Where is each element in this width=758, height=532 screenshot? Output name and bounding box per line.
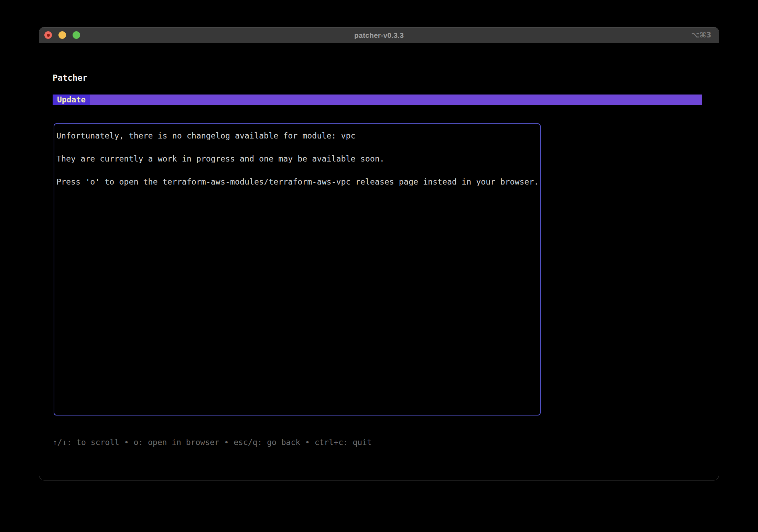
- window-titlebar[interactable]: patcher-v0.3.3 ⌥⌘3: [39, 27, 719, 43]
- app-title: Patcher: [53, 73, 87, 83]
- changelog-line: They are currently a work in progress an…: [56, 153, 540, 165]
- help-bar: ↑/↓: to scroll • o: open in browser • es…: [53, 436, 372, 448]
- window-shortcut-hint: ⌥⌘3: [691, 27, 711, 43]
- changelog-viewport[interactable]: Unfortunately, there is no changelog ava…: [54, 123, 541, 415]
- help-item: o: open in browser: [133, 438, 219, 447]
- window-title: patcher-v0.3.3: [39, 27, 719, 43]
- terminal-window: patcher-v0.3.3 ⌥⌘3 Patcher Update Unfort…: [39, 27, 719, 480]
- help-item: esc/q: go back: [234, 438, 300, 447]
- tab-update[interactable]: Update: [53, 95, 90, 105]
- changelog-line: Press 'o' to open the terraform-aws-modu…: [56, 176, 540, 188]
- help-separator-icon: •: [119, 438, 134, 447]
- help-item: ↑/↓: to scroll: [53, 438, 119, 447]
- tab-bar: Update: [53, 95, 702, 105]
- help-separator-icon: •: [219, 438, 234, 447]
- changelog-line: Unfortunately, there is no changelog ava…: [56, 130, 540, 142]
- help-item: ctrl+c: quit: [315, 438, 372, 447]
- help-separator-icon: •: [300, 438, 315, 447]
- desktop-background: patcher-v0.3.3 ⌥⌘3 Patcher Update Unfort…: [0, 0, 758, 532]
- terminal-content: Patcher Update Unfortunately, there is n…: [39, 43, 719, 480]
